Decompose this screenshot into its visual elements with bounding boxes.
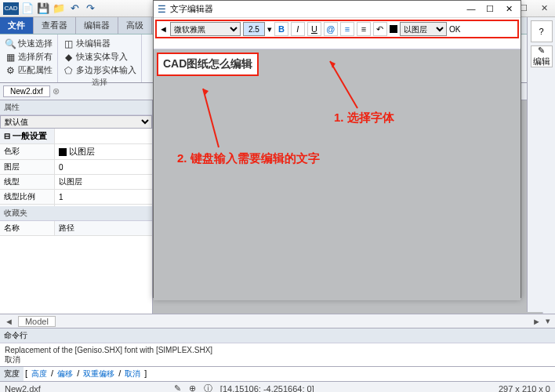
polygon-entity-button[interactable]: ⬠多边形实体输入 bbox=[63, 64, 136, 77]
status-filename: New2.dxf bbox=[5, 384, 41, 393]
model-tab-bar: ◄ Model ► ▾ bbox=[0, 314, 555, 328]
te-minimize-button[interactable]: — bbox=[463, 4, 479, 14]
status-bar: New2.dxf ✎ ⊕ ⓘ [14.15106; -4.251664; 0] … bbox=[0, 381, 555, 392]
tab-menu-icon[interactable]: ▾ bbox=[546, 316, 550, 326]
open-icon[interactable]: 📁 bbox=[52, 2, 66, 15]
status-dimensions: 297 x 210 x 0 bbox=[499, 384, 550, 393]
prop-row-color[interactable]: 色彩以图层 bbox=[0, 144, 152, 160]
block-icon: ◫ bbox=[63, 38, 74, 49]
save-icon[interactable]: 💾 bbox=[36, 2, 50, 15]
tab-viewer[interactable]: 查看器 bbox=[34, 17, 76, 34]
prop-row-ltscale[interactable]: 线型比例1 bbox=[0, 190, 152, 205]
polygon-icon: ⬠ bbox=[63, 65, 74, 76]
match-icon: ⚙ bbox=[5, 65, 16, 76]
app-logo-icon: CAD bbox=[3, 2, 19, 15]
ribbon-group-select2: ◫块编辑器 ◆快速实体导入 ⬠多边形实体输入 选择 bbox=[58, 34, 142, 82]
quick-select-icon: 🔍 bbox=[5, 38, 16, 49]
section-general: ⊟ 一般设置 bbox=[0, 129, 55, 143]
align-left-icon[interactable]: ≡ bbox=[340, 22, 354, 36]
layer-select[interactable]: 以图层 bbox=[400, 22, 447, 36]
cmd-opt-height[interactable]: 高度 bbox=[29, 367, 49, 381]
tab-close-icon[interactable]: ⊗ bbox=[53, 86, 60, 96]
text-editor-icon: ☰ bbox=[158, 4, 166, 15]
status-crosshair-icon[interactable]: ⊕ bbox=[189, 383, 196, 392]
redo-icon[interactable]: ↷ bbox=[83, 2, 97, 15]
prop-row-layer[interactable]: 图层0 bbox=[0, 160, 152, 175]
properties-panel: 属性 默认值 ⊟ 一般设置 色彩以图层 图层0 线型以图层 线型比例1 线宽以图… bbox=[0, 100, 153, 314]
status-coords: [14.15106; -4.251664; 0] bbox=[220, 384, 314, 393]
match-props-button[interactable]: ⚙匹配属性 bbox=[5, 64, 53, 77]
annotation-1: 1. 选择字体 bbox=[334, 111, 394, 125]
entity-icon: ◆ bbox=[63, 52, 74, 63]
svg-marker-1 bbox=[330, 61, 336, 68]
close-button[interactable]: ✕ bbox=[536, 3, 552, 13]
size-dropdown-icon[interactable]: ▾ bbox=[267, 24, 272, 34]
tab-file[interactable]: 文件 bbox=[0, 17, 34, 34]
properties-table: ⊟ 一般设置 色彩以图层 图层0 线型以图层 线型比例1 线宽以图层 bbox=[0, 129, 152, 206]
new-icon[interactable]: 📄 bbox=[20, 2, 34, 15]
text-editor-window: ☰ 文字编辑器 — ☐ ✕ ◄ 微软雅黑 ▾ B I U @ ≡ ≡ ↶ 以图层… bbox=[153, 0, 521, 298]
undo-te-icon[interactable]: ↶ bbox=[373, 22, 387, 36]
quick-select-button[interactable]: 🔍快速选择 bbox=[5, 37, 53, 50]
quick-entity-button[interactable]: ◆快速实体导入 bbox=[63, 50, 136, 64]
block-editor-button[interactable]: ◫块编辑器 bbox=[63, 37, 136, 50]
text-editor-ruler bbox=[154, 40, 521, 49]
favorites-header: 收藏夹 bbox=[0, 206, 152, 221]
text-editor-canvas[interactable]: CAD图纸怎么编辑 1. 选择字体 2. 键盘输入需要编辑的文字 bbox=[154, 49, 521, 300]
rside-edit-button[interactable]: ✎编辑 bbox=[531, 45, 553, 67]
status-tool-icon[interactable]: ✎ bbox=[174, 383, 181, 392]
favorites-columns: 名称路径 bbox=[0, 221, 152, 236]
underline-button[interactable]: U bbox=[307, 22, 321, 36]
cmd-opt-cancel[interactable]: 取消 bbox=[122, 367, 143, 381]
cmd-opt-offset[interactable]: 偏移 bbox=[55, 367, 75, 381]
te-maximize-button[interactable]: ☐ bbox=[482, 4, 498, 14]
prop-row-linetype[interactable]: 线型以图层 bbox=[0, 175, 152, 190]
default-value-select[interactable]: 默认值 bbox=[0, 115, 152, 129]
model-tab[interactable]: Model bbox=[18, 316, 56, 327]
status-info-icon[interactable]: ⓘ bbox=[204, 383, 212, 392]
font-family-select[interactable]: 微软雅黑 bbox=[170, 22, 241, 36]
command-line-header: 命令行 bbox=[0, 328, 555, 343]
select-all-button[interactable]: ▦选择所有 bbox=[5, 50, 53, 64]
tab-nav-prev-icon[interactable]: ◄ bbox=[5, 317, 13, 326]
tab-advanced[interactable]: 高级 bbox=[118, 17, 152, 34]
ok-button[interactable]: OK bbox=[449, 25, 460, 34]
ribbon-group-select1: 🔍快速选择 ▦选择所有 ⚙匹配属性 bbox=[0, 34, 58, 82]
cmd-opt-doffset[interactable]: 双重偏移 bbox=[81, 367, 117, 381]
bold-button[interactable]: B bbox=[274, 22, 288, 36]
edit-icon: ✎ bbox=[538, 45, 545, 56]
text-editor-toolbar: ◄ 微软雅黑 ▾ B I U @ ≡ ≡ ↶ 以图层 OK bbox=[155, 20, 519, 38]
annotation-arrow-1 bbox=[326, 57, 373, 112]
command-log: Replacement of the [Geniso.SHX] font wit… bbox=[0, 343, 555, 366]
font-prev-icon[interactable]: ◄ bbox=[159, 24, 168, 34]
svg-line-2 bbox=[203, 89, 219, 147]
right-sidebar: ? ✎编辑 bbox=[527, 17, 555, 312]
undo-icon[interactable]: ↶ bbox=[67, 2, 82, 15]
document-tab-new2[interactable]: New2.dxf bbox=[3, 85, 50, 97]
svg-line-0 bbox=[330, 61, 357, 108]
layer-color-swatch-icon bbox=[390, 25, 397, 33]
help-icon: ? bbox=[539, 27, 543, 36]
text-editor-title: 文字编辑器 bbox=[170, 3, 213, 15]
annotation-2: 2. 键盘输入需要编辑的文字 bbox=[177, 151, 320, 166]
rside-help-button[interactable]: ? bbox=[531, 20, 553, 42]
select-all-icon: ▦ bbox=[5, 52, 16, 63]
quick-access-toolbar: CAD 📄 💾 📁 ↶ ↷ bbox=[3, 2, 97, 15]
align-center-icon[interactable]: ≡ bbox=[357, 22, 371, 36]
ribbon-group-label: 选择 bbox=[63, 77, 136, 88]
command-input[interactable] bbox=[148, 367, 555, 381]
italic-button[interactable]: I bbox=[291, 22, 305, 36]
annotation-arrow-2 bbox=[199, 85, 230, 151]
text-editor-titlebar[interactable]: ☰ 文字编辑器 — ☐ ✕ bbox=[154, 1, 521, 18]
at-button[interactable]: @ bbox=[324, 22, 338, 36]
text-input-box[interactable]: CAD图纸怎么编辑 bbox=[157, 53, 259, 76]
tab-nav-next-icon[interactable]: ► bbox=[532, 317, 541, 326]
color-swatch-icon bbox=[59, 148, 67, 156]
te-close-button[interactable]: ✕ bbox=[501, 4, 517, 14]
command-input-row: 宽度 [ 高度/ 偏移/ 双重偏移/ 取消 ] bbox=[0, 366, 555, 381]
command-prompt-label: 宽度 bbox=[0, 367, 24, 381]
properties-header: 属性 bbox=[0, 100, 152, 115]
tab-editor[interactable]: 编辑器 bbox=[76, 17, 118, 34]
font-size-input[interactable] bbox=[243, 22, 265, 36]
